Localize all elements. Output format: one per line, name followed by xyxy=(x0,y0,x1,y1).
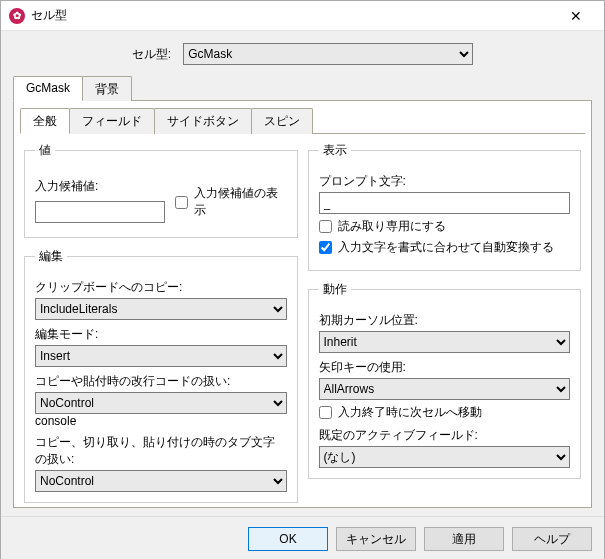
edit-legend: 編集 xyxy=(35,248,67,265)
arrow-select[interactable]: AllArrows xyxy=(319,378,571,400)
exit-next-checkbox[interactable] xyxy=(319,406,332,419)
close-icon: ✕ xyxy=(570,8,582,24)
editmode-select[interactable]: Insert xyxy=(35,345,287,367)
readonly-label: 読み取り専用にする xyxy=(338,218,446,235)
paste-newline-label: コピーや貼付時の改行コードの扱い: xyxy=(35,373,287,390)
editmode-label: 編集モード: xyxy=(35,326,287,343)
clipboard-select[interactable]: IncludeLiterals xyxy=(35,298,287,320)
outer-tabs: GcMask 背景 xyxy=(13,75,592,101)
tabchar-label: コピー、切り取り、貼り付けの時のタブ文字の扱い: xyxy=(35,434,287,468)
edit-group: 編集 クリップボードへのコピー: IncludeLiterals 編集モード: … xyxy=(24,248,298,503)
prompt-field[interactable] xyxy=(319,192,571,214)
tab-background[interactable]: 背景 xyxy=(82,76,132,101)
autoconvert-label: 入力文字を書式に合わせて自動変換する xyxy=(338,239,554,256)
tabchar-select[interactable]: NoControl xyxy=(35,470,287,492)
help-button[interactable]: ヘルプ xyxy=(512,527,592,551)
tab-fields[interactable]: フィールド xyxy=(69,108,155,134)
caret-label: 初期カーソル位置: xyxy=(319,312,571,329)
show-candidates-checkbox[interactable] xyxy=(175,196,188,209)
arrow-label: 矢印キーの使用: xyxy=(319,359,571,376)
value-group: 値 入力候補値: 入力候補値の表示 xyxy=(24,142,298,238)
ok-button[interactable]: OK xyxy=(248,527,328,551)
tab-general[interactable]: 全般 xyxy=(20,108,70,134)
clipboard-label: クリップボードへのコピー: xyxy=(35,279,287,296)
app-icon: ✿ xyxy=(9,8,25,24)
active-field-label: 既定のアクティブフィールド: xyxy=(319,427,571,444)
window-title: セル型 xyxy=(31,7,556,24)
display-legend: 表示 xyxy=(319,142,351,159)
active-field-select[interactable]: (なし) xyxy=(319,446,571,468)
behavior-group: 動作 初期カーソル位置: Inherit 矢印キーの使用: AllArrows … xyxy=(308,281,582,479)
behavior-legend: 動作 xyxy=(319,281,351,298)
celltype-label: セル型: xyxy=(132,46,171,63)
close-button[interactable]: ✕ xyxy=(556,1,596,31)
input-candidate-field[interactable] xyxy=(35,201,165,223)
caret-select[interactable]: Inherit xyxy=(319,331,571,353)
paste-newline-select[interactable]: NoControl xyxy=(35,392,287,414)
autoconvert-checkbox[interactable] xyxy=(319,241,332,254)
tab-gcmask[interactable]: GcMask xyxy=(13,76,83,101)
tab-sidebutton[interactable]: サイドボタン xyxy=(154,108,252,134)
exit-next-label: 入力終了時に次セルへ移動 xyxy=(338,404,482,421)
input-candidate-label: 入力候補値: xyxy=(35,178,165,195)
prompt-label: プロンプト文字: xyxy=(319,173,571,190)
tab-spin[interactable]: スピン xyxy=(251,108,313,134)
cancel-button[interactable]: キャンセル xyxy=(336,527,416,551)
celltype-select[interactable]: GcMask xyxy=(183,43,473,65)
display-group: 表示 プロンプト文字: 読み取り専用にする 入力文字を書式に合わせて自動変換する xyxy=(308,142,582,271)
apply-button[interactable]: 適用 xyxy=(424,527,504,551)
value-legend: 値 xyxy=(35,142,55,159)
show-candidates-label: 入力候補値の表示 xyxy=(194,185,287,219)
readonly-checkbox[interactable] xyxy=(319,220,332,233)
inner-tabs: 全般 フィールド サイドボタン スピン xyxy=(20,107,585,134)
